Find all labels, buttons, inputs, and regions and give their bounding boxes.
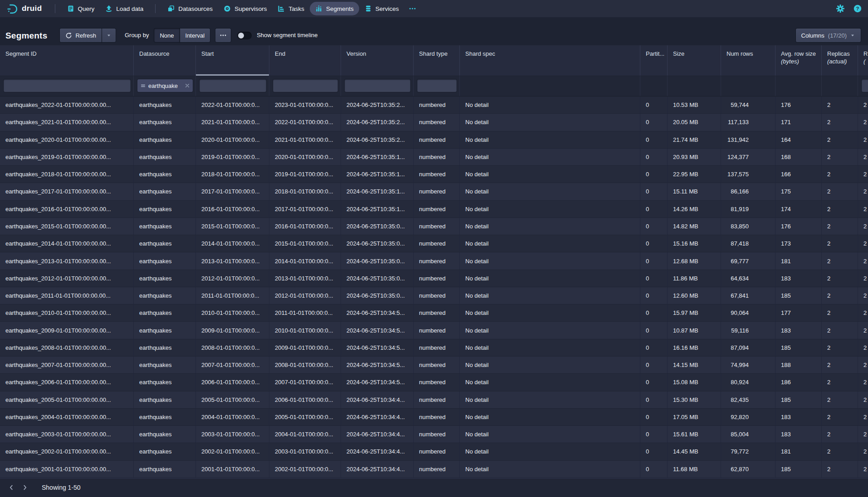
cell-size[interactable]: 12.68 MB: [668, 252, 721, 269]
cell-shard_type[interactable]: numbered: [414, 252, 460, 269]
cell-shard_spec[interactable]: No detail: [460, 391, 640, 408]
cell-num_rows[interactable]: 59,116: [721, 322, 775, 338]
cell-avg_row_size[interactable]: 181: [775, 443, 822, 460]
refresh-button[interactable]: Refresh: [60, 29, 102, 42]
cell-replicas[interactable]: 2: [822, 149, 858, 165]
cell-version[interactable]: 2024-06-25T10:34:5...: [341, 374, 414, 391]
cell-version[interactable]: 2024-06-25T10:35:1...: [341, 201, 414, 217]
nav-item-tasks[interactable]: Tasks: [272, 2, 310, 15]
cell-datasource[interactable]: earthquakes: [134, 443, 196, 460]
cell-replicas[interactable]: 2: [822, 339, 858, 356]
cell-num_rows[interactable]: 83,850: [721, 218, 775, 235]
cell-shard_spec[interactable]: No detail: [460, 97, 640, 113]
cell-partition[interactable]: 0: [640, 443, 668, 460]
druid-logo[interactable]: druid: [6, 3, 42, 15]
cell-size[interactable]: 15.30 MB: [668, 391, 721, 408]
cell-num_rows[interactable]: 87,418: [721, 235, 775, 252]
cell-replicas[interactable]: 2: [822, 252, 858, 269]
column-header-avg_row_size[interactable]: Avg. row size(bytes): [775, 45, 822, 76]
cell-version[interactable]: 2024-06-25T10:34:4...: [341, 426, 414, 443]
cell-num_rows[interactable]: 62,870: [721, 461, 775, 478]
cell-replication[interactable]: 2: [858, 287, 868, 304]
nav-more-button[interactable]: [404, 2, 421, 15]
cell-num_rows[interactable]: 85,004: [721, 426, 775, 443]
cell-size[interactable]: 14.45 MB: [668, 443, 721, 460]
column-header-replicas[interactable]: Replicas(actual): [822, 45, 858, 76]
cell-size[interactable]: 17.05 MB: [668, 409, 721, 425]
cell-num_rows[interactable]: 67,841: [721, 287, 775, 304]
cell-version[interactable]: 2024-06-25T10:34:5...: [341, 339, 414, 356]
cell-datasource[interactable]: earthquakes: [134, 426, 196, 443]
cell-shard_type[interactable]: numbered: [414, 357, 460, 373]
cell-shard_type[interactable]: numbered: [414, 114, 460, 130]
cell-segment_id[interactable]: earthquakes_2012-01-01T00:00:00.00...: [0, 270, 134, 287]
cell-size[interactable]: 20.93 MB: [668, 149, 721, 165]
cell-partition[interactable]: 0: [640, 322, 668, 338]
cell-start[interactable]: 2016-01-01T00:00:0...: [196, 201, 269, 217]
cell-shard_spec[interactable]: No detail: [460, 270, 640, 287]
cell-replicas[interactable]: 2: [822, 97, 858, 113]
cell-avg_row_size[interactable]: 176: [775, 218, 822, 235]
pagination-prev-button[interactable]: [5, 481, 18, 494]
cell-segment_id[interactable]: earthquakes_2005-01-01T00:00:00.00...: [0, 391, 134, 408]
cell-version[interactable]: 2024-06-25T10:35:2...: [341, 131, 414, 148]
cell-start[interactable]: 2010-01-01T00:00:0...: [196, 304, 269, 321]
cell-end[interactable]: 2012-01-01T00:00:0...: [269, 287, 341, 304]
segment-timeline-toggle[interactable]: [237, 32, 252, 39]
cell-start[interactable]: 2006-01-01T00:00:0...: [196, 374, 269, 391]
cell-shard_type[interactable]: numbered: [414, 426, 460, 443]
cell-replication[interactable]: 2: [858, 322, 868, 338]
cell-num_rows[interactable]: 131,942: [721, 131, 775, 148]
cell-partition[interactable]: 0: [640, 426, 668, 443]
cell-size[interactable]: 20.05 MB: [668, 114, 721, 130]
cell-start[interactable]: 2004-01-01T00:00:0...: [196, 409, 269, 425]
cell-num_rows[interactable]: 90,064: [721, 304, 775, 321]
cell-avg_row_size[interactable]: 175: [775, 183, 822, 200]
cell-end[interactable]: 2011-01-01T00:00:0...: [269, 304, 341, 321]
group-by-interval-button[interactable]: Interval: [180, 29, 210, 42]
cell-start[interactable]: 2021-01-01T00:00:0...: [196, 114, 269, 130]
cell-partition[interactable]: 0: [640, 287, 668, 304]
cell-version[interactable]: 2024-06-25T10:35:0...: [341, 218, 414, 235]
cell-shard_spec[interactable]: No detail: [460, 149, 640, 165]
cell-start[interactable]: 2005-01-01T00:00:0...: [196, 391, 269, 408]
cell-segment_id[interactable]: earthquakes_2019-01-01T00:00:00.00...: [0, 149, 134, 165]
cell-replication[interactable]: 2: [858, 443, 868, 460]
column-header-version[interactable]: Version: [341, 45, 414, 76]
cell-start[interactable]: 2022-01-01T00:00:0...: [196, 97, 269, 113]
cell-replication[interactable]: 2: [858, 270, 868, 287]
cell-end[interactable]: 2022-01-01T00:00:0...: [269, 114, 341, 130]
cell-num_rows[interactable]: 87,094: [721, 339, 775, 356]
cell-avg_row_size[interactable]: 185: [775, 461, 822, 478]
cell-size[interactable]: 16.16 MB: [668, 339, 721, 356]
cell-replicas[interactable]: 2: [822, 131, 858, 148]
cell-shard_type[interactable]: numbered: [414, 201, 460, 217]
cell-version[interactable]: 2024-06-25T10:34:4...: [341, 461, 414, 478]
cell-replication[interactable]: 2: [858, 166, 868, 183]
column-header-replication[interactable]: R(: [858, 45, 868, 76]
cell-shard_type[interactable]: numbered: [414, 270, 460, 287]
cell-num_rows[interactable]: 59,744: [721, 97, 775, 113]
cell-replicas[interactable]: 2: [822, 235, 858, 252]
cell-version[interactable]: 2024-06-25T10:34:5...: [341, 357, 414, 373]
nav-item-segments[interactable]: Segments: [310, 2, 359, 15]
cell-avg_row_size[interactable]: 185: [775, 339, 822, 356]
cell-size[interactable]: 15.97 MB: [668, 304, 721, 321]
column-header-end[interactable]: End: [269, 45, 341, 76]
cell-shard_type[interactable]: numbered: [414, 339, 460, 356]
cell-shard_type[interactable]: numbered: [414, 391, 460, 408]
cell-num_rows[interactable]: 69,777: [721, 252, 775, 269]
cell-datasource[interactable]: earthquakes: [134, 270, 196, 287]
cell-replication[interactable]: 2: [858, 218, 868, 235]
cell-replication[interactable]: 2: [858, 252, 868, 269]
cell-shard_type[interactable]: numbered: [414, 461, 460, 478]
cell-replication[interactable]: 2: [858, 114, 868, 130]
cell-shard_spec[interactable]: No detail: [460, 426, 640, 443]
cell-start[interactable]: 2020-01-01T00:00:0...: [196, 131, 269, 148]
cell-end[interactable]: 2005-01-01T00:00:0...: [269, 409, 341, 425]
cell-end[interactable]: 2003-01-01T00:00:0...: [269, 443, 341, 460]
cell-datasource[interactable]: earthquakes: [134, 339, 196, 356]
cell-size[interactable]: 14.82 MB: [668, 218, 721, 235]
cell-datasource[interactable]: earthquakes: [134, 97, 196, 113]
cell-version[interactable]: 2024-06-25T10:34:4...: [341, 391, 414, 408]
